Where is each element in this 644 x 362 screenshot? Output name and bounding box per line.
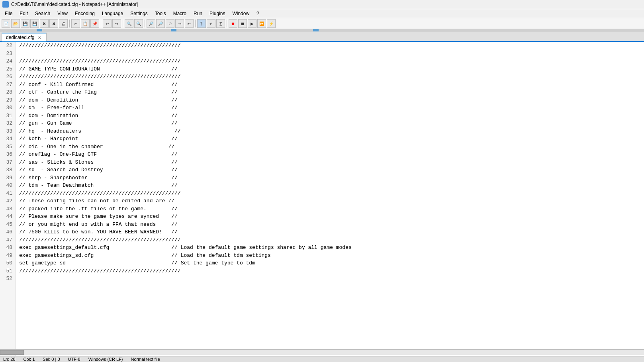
editor[interactable]: 2223242526272829303132333435363738394041… xyxy=(0,42,644,356)
tab-close-icon[interactable]: ✕ xyxy=(37,35,42,40)
macro-play-button[interactable]: ▶ xyxy=(248,19,256,28)
code-line-50[interactable]: set_gametype sd // Set the game type to … xyxy=(19,259,641,267)
menu-search[interactable]: Search xyxy=(32,10,53,17)
code-line-52[interactable] xyxy=(19,275,641,283)
unindent-button[interactable]: ⇤ xyxy=(185,19,194,28)
close-button[interactable]: ✖ xyxy=(40,19,49,28)
code-line-31[interactable]: // dom - Domination // xyxy=(19,112,641,120)
line-number-44: 44 xyxy=(2,213,12,221)
code-line-37[interactable]: // sas - Sticks & Stones // xyxy=(19,158,641,166)
line-number-45: 45 xyxy=(2,221,12,229)
menu-view[interactable]: View xyxy=(54,10,71,17)
cut-button[interactable]: ✂ xyxy=(71,19,80,28)
code-line-35[interactable]: // oic - One in the chamber // xyxy=(19,143,641,151)
macro-stop-button[interactable]: ⏹ xyxy=(238,19,247,28)
code-line-38[interactable]: // sd - Search and Destroy // xyxy=(19,166,641,174)
menu-run[interactable]: Run xyxy=(190,10,206,17)
find-replace-button[interactable]: 🔍 xyxy=(134,19,143,28)
line-number-48: 48 xyxy=(2,244,12,252)
menu-language[interactable]: Language xyxy=(99,10,126,17)
app-icon xyxy=(2,1,9,8)
line-number-32: 32 xyxy=(2,119,12,127)
code-line-26[interactable]: ////////////////////////////////////////… xyxy=(19,73,641,81)
line-number-25: 25 xyxy=(2,65,12,73)
code-line-23[interactable] xyxy=(19,50,641,58)
copy-button[interactable]: 📋 xyxy=(81,19,90,28)
line-number-42: 42 xyxy=(2,197,12,205)
undo-button[interactable]: ↩ xyxy=(103,19,112,28)
col-mark-1 xyxy=(37,29,42,31)
window-title: C:\Dedis\T6\main\dedicated.cfg - Notepad… xyxy=(11,2,138,7)
code-line-29[interactable]: // dem - Demolition // xyxy=(19,96,641,104)
code-line-51[interactable]: ////////////////////////////////////////… xyxy=(19,267,641,275)
print-button[interactable]: 🖨 xyxy=(59,19,68,28)
horizontal-scrollbar[interactable] xyxy=(0,349,644,355)
line-number-23: 23 xyxy=(2,50,12,58)
code-line-47[interactable]: ////////////////////////////////////////… xyxy=(19,236,641,244)
line-number-52: 52 xyxy=(2,275,12,283)
close-all-button[interactable]: ✖ xyxy=(49,19,58,28)
redo-button[interactable]: ↪ xyxy=(112,19,121,28)
menu-settings[interactable]: Settings xyxy=(127,10,151,17)
menu-macro[interactable]: Macro xyxy=(170,10,190,17)
code-line-48[interactable]: exec gamesettings_default.cfg // Load th… xyxy=(19,244,641,252)
code-line-40[interactable]: // tdm - Team Deathmatch // xyxy=(19,182,641,190)
code-line-45[interactable]: // or you might end up with a FFA that n… xyxy=(19,221,641,229)
code-line-43[interactable]: // packed into the .ff files of the game… xyxy=(19,205,641,213)
zoom-out-button[interactable]: 🔎 xyxy=(156,19,165,28)
menu-tools[interactable]: Tools xyxy=(152,10,169,17)
code-line-49[interactable]: exec gamesettings_sd.cfg // Load the def… xyxy=(19,252,641,260)
line-number-27: 27 xyxy=(2,81,12,89)
code-area[interactable]: ////////////////////////////////////////… xyxy=(16,42,644,356)
line-number-50: 50 xyxy=(2,259,12,267)
menu-plugins[interactable]: Plugins xyxy=(206,10,228,17)
code-line-41[interactable]: ////////////////////////////////////////… xyxy=(19,190,641,198)
code-line-33[interactable]: // hq - Headquaters // xyxy=(19,127,641,135)
menu-window[interactable]: Window xyxy=(229,10,253,17)
indent-button[interactable]: ⇥ xyxy=(175,19,184,28)
eol-button[interactable]: ↵ xyxy=(207,19,215,28)
code-line-42[interactable]: // These config files can not be edited … xyxy=(19,197,641,205)
code-line-32[interactable]: // gun - Gun Game // xyxy=(19,119,641,127)
wrap-button[interactable]: ¶ xyxy=(197,19,206,28)
code-line-27[interactable]: // conf - Kill Confirmed // xyxy=(19,81,641,89)
new-button[interactable]: 📄 xyxy=(2,19,10,28)
code-line-39[interactable]: // shrp - Sharpshooter // xyxy=(19,174,641,182)
code-line-30[interactable]: // dm - Free-for-all // xyxy=(19,104,641,112)
line-number-40: 40 xyxy=(2,182,12,190)
zoom-reset-button[interactable]: ⊙ xyxy=(166,19,174,28)
tab-bar: dedicated.cfg ✕ xyxy=(0,31,644,42)
line-number-30: 30 xyxy=(2,104,12,112)
macro-run-button[interactable]: ⚡ xyxy=(267,19,276,28)
line-number-22: 22 xyxy=(2,42,12,50)
code-line-44[interactable]: // Please make sure the game types are s… xyxy=(19,213,641,221)
toolbar: 📄 📂 💾 💾 ✖ ✖ 🖨 ✂ 📋 📌 ↩ ↪ 🔍 🔍 🔎 🔎 ⊙ ⇥ ⇤ ¶ … xyxy=(0,18,644,29)
code-line-46[interactable]: // 7500 kills to be won. YOU HAVE BEEN W… xyxy=(19,228,641,236)
line-numbers: 2223242526272829303132333435363738394041… xyxy=(0,42,16,356)
open-button[interactable]: 📂 xyxy=(11,19,20,28)
save-button[interactable]: 💾 xyxy=(21,19,29,28)
code-line-22[interactable]: ////////////////////////////////////////… xyxy=(19,42,641,50)
code-line-24[interactable]: ////////////////////////////////////////… xyxy=(19,57,641,65)
menu-encoding[interactable]: Encoding xyxy=(72,10,98,17)
menu-[interactable]: ? xyxy=(253,10,262,17)
find-button[interactable]: 🔍 xyxy=(125,19,133,28)
all-chars-button[interactable]: ∑ xyxy=(216,19,225,28)
title-bar: C:\Dedis\T6\main\dedicated.cfg - Notepad… xyxy=(0,0,644,9)
macro-save-button[interactable]: ⏩ xyxy=(257,19,266,28)
code-line-25[interactable]: // GAME TYPE CONFIGURATION // xyxy=(19,65,641,73)
paste-button[interactable]: 📌 xyxy=(90,19,99,28)
menu-file[interactable]: File xyxy=(2,10,16,17)
line-number-38: 38 xyxy=(2,166,12,174)
menu-bar: FileEditSearchViewEncodingLanguageSettin… xyxy=(0,9,644,18)
zoom-in-button[interactable]: 🔎 xyxy=(147,19,155,28)
code-line-34[interactable]: // koth - Hardpoint // xyxy=(19,135,641,143)
tab-dedicated-cfg[interactable]: dedicated.cfg ✕ xyxy=(2,33,47,41)
code-line-28[interactable]: // ctf - Capture the Flag // xyxy=(19,88,641,96)
line-number-31: 31 xyxy=(2,112,12,120)
menu-edit[interactable]: Edit xyxy=(16,10,31,17)
save-all-button[interactable]: 💾 xyxy=(30,19,39,28)
code-line-36[interactable]: // oneflag - One-Flag CTF // xyxy=(19,151,641,158)
macro-rec-button[interactable]: ⏺ xyxy=(229,19,237,28)
col-mark-3 xyxy=(313,29,319,31)
